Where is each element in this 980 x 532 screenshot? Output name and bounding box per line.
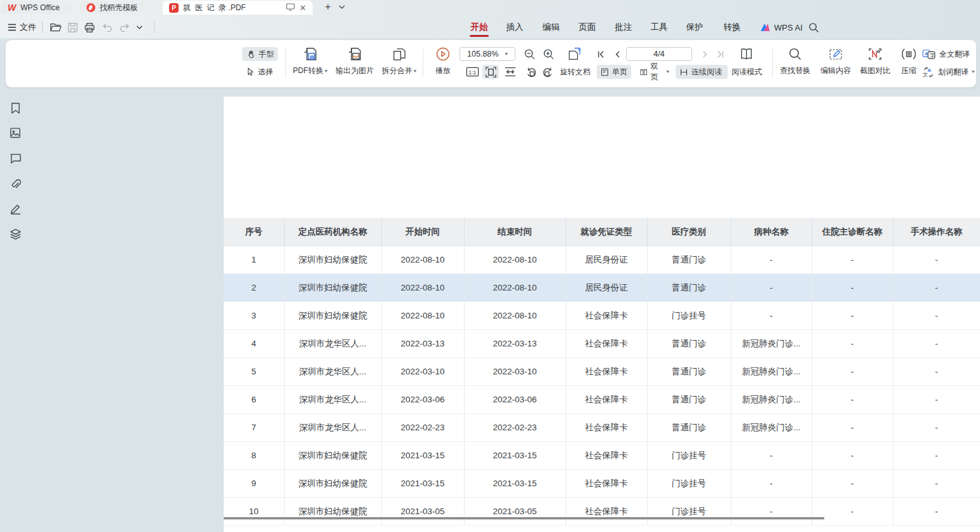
select-tool-button[interactable]: 选择 [242,65,278,79]
wps-ai-button[interactable]: WPS AI [760,20,803,35]
rotate-pages-icon [566,46,583,62]
menu-edit[interactable]: 编辑 [533,20,569,35]
actual-size-button[interactable]: 1:1 [465,65,480,79]
rotate-right-button[interactable] [541,65,556,79]
table-row[interactable]: 7深圳市龙华区人...2022-02-232022-02-23社会保障卡普通门诊… [224,414,980,442]
tab-wps-office[interactable]: W WPS Office [1,1,72,14]
screenshot-compare-button[interactable]: 截图对比 [856,44,894,82]
table-row[interactable]: 8深圳市妇幼保健院2021-03-152021-03-15社会保障卡门诊挂号--… [224,442,980,470]
table-row[interactable]: 4深圳市龙华区人...2022-03-132022-03-13社会保障卡普通门诊… [224,330,980,358]
table-row[interactable]: 2深圳市妇幼保健院2022-08-102022-08-10居民身份证普通门诊--… [224,274,980,302]
medical-records-table: 序号定点医药机构名称开始时间结束时间就诊凭证类型医疗类别病种名称住院主诊断名称手… [224,218,980,526]
pdf-page[interactable]: 序号定点医药机构名称开始时间结束时间就诊凭证类型医疗类别病种名称住院主诊断名称手… [224,97,980,532]
split-merge-label: 拆分合并 [382,65,412,76]
rotate-doc-label[interactable]: 旋转文档 [560,65,590,79]
read-mode-label[interactable]: 阅读模式 [732,65,762,79]
hand-tool-button[interactable]: 手型 [242,47,278,61]
table-cell: 7 [224,414,284,442]
continuous-read-button[interactable]: 连续阅读 [676,65,728,79]
rotate-pages-button[interactable] [565,46,584,62]
signature-panel-button[interactable] [8,201,22,215]
pdf-convert-icon: W [302,44,318,64]
next-page-button[interactable] [697,47,712,61]
menu-page[interactable]: 页面 [569,20,605,35]
edit-content-button[interactable]: 编辑内容 [817,44,855,82]
new-tab-button[interactable]: + [322,1,334,13]
full-translate-button[interactable]: A 字 全文翻译 [922,47,970,61]
table-cell: - [731,246,812,274]
divider [42,22,43,33]
table-cell: 2022-02-23 [464,414,566,442]
zoom-level-value: 105.88% [467,50,498,58]
table-cell: 2022-08-10 [464,274,566,302]
zoom-in-button[interactable] [541,47,556,61]
table-cell: 2022-08-10 [381,274,464,302]
menu-insert[interactable]: 插入 [497,20,533,35]
double-page-button[interactable]: 双页 ▾ [636,65,673,79]
pdf-convert-button[interactable]: W PDF转换▾ [289,44,331,82]
table-row[interactable]: 6深圳市龙华区人...2022-03-062022-03-06社会保障卡普通门诊… [224,386,980,414]
read-mode-button[interactable] [737,46,756,62]
attachments-panel-button[interactable] [8,177,22,191]
open-file-button[interactable] [50,20,62,35]
split-merge-icon [391,44,407,64]
select-tool-label: 选择 [258,67,273,78]
fit-page-button[interactable] [482,65,499,79]
page-number-input[interactable] [626,47,692,61]
table-cell: 普通门诊 [647,330,731,358]
compress-button[interactable]: 压缩 [894,44,923,82]
column-header: 手术操作名称 [893,218,980,246]
single-page-button[interactable]: 单页 [597,65,631,79]
layers-panel-button[interactable] [8,227,22,241]
table-cell: - [731,274,812,302]
search-button[interactable] [808,20,819,35]
undo-button[interactable] [102,20,112,35]
hand-icon [246,50,255,59]
table-row[interactable]: 9深圳市妇幼保健院2021-03-152021-03-15社会保障卡门诊挂号--… [224,470,980,498]
first-page-button[interactable] [593,47,608,61]
table-row[interactable]: 5深圳市龙华区人...2022-03-102022-03-10社会保障卡普通门诊… [224,358,980,386]
find-replace-button[interactable]: 查找替换 [776,44,814,82]
menu-annotate[interactable]: 批注 [606,20,641,35]
menu-protect[interactable]: 保护 [677,20,712,35]
comments-panel-button[interactable] [8,151,22,165]
split-merge-button[interactable]: 拆分合并▾ [378,44,420,82]
zoom-out-button[interactable] [522,47,537,61]
bookmarks-panel-button[interactable] [8,101,22,115]
menu-convert[interactable]: 转换 [714,20,750,35]
svg-text:W: W [310,54,315,60]
zoom-level-select[interactable]: 105.88% ▾ [459,47,515,61]
tab-document-pdf[interactable]: P 就 医 记 录 .PDF ✕ [163,1,313,15]
redo-button[interactable] [119,20,130,35]
thumbnails-panel-button[interactable] [8,126,22,140]
menu-home[interactable]: 开始 [461,20,497,35]
file-menu-button[interactable]: 文件 [8,20,36,35]
divider [772,48,773,78]
svg-text:A: A [927,67,931,73]
table-cell: 3 [224,302,284,330]
menu-tools[interactable]: 工具 [641,20,677,35]
last-page-button[interactable] [712,47,728,61]
tab-docer-templates[interactable]: 找稻壳模板 [80,1,158,14]
table-cell: 2022-03-06 [381,386,464,414]
word-translate-button[interactable]: A 文 划词翻译 ▾ [922,65,975,79]
quickbar-more-chevron-icon[interactable] [136,20,143,35]
table-row[interactable]: 1深圳市妇幼保健院2022-08-102022-08-10居民身份证普通门诊--… [224,246,980,274]
screenshot-compare-icon [868,44,883,64]
table-row[interactable]: 3深圳市妇幼保健院2022-08-102022-08-10社会保障卡门诊挂号--… [224,302,980,330]
tab-list-chevron-icon[interactable] [337,2,347,12]
fit-width-button[interactable] [503,65,518,79]
print-button[interactable] [84,20,95,35]
table-row[interactable]: 10深圳市妇幼保健院2021-03-052021-03-05社会保障卡门诊挂号-… [224,498,980,526]
close-tab-icon[interactable]: ✕ [299,4,306,12]
play-icon [435,44,451,64]
rotate-left-button[interactable] [523,65,538,79]
wps-ai-icon [760,23,770,32]
pdf-convert-label: PDF转换 [293,65,323,76]
save-button[interactable] [67,20,78,35]
cast-screen-icon[interactable] [286,3,295,13]
table-cell: 门诊挂号 [647,442,731,470]
play-button[interactable]: 播放 [428,44,458,82]
previous-page-button[interactable] [609,47,625,61]
export-image-button[interactable]: 输出为图片 [332,44,377,82]
